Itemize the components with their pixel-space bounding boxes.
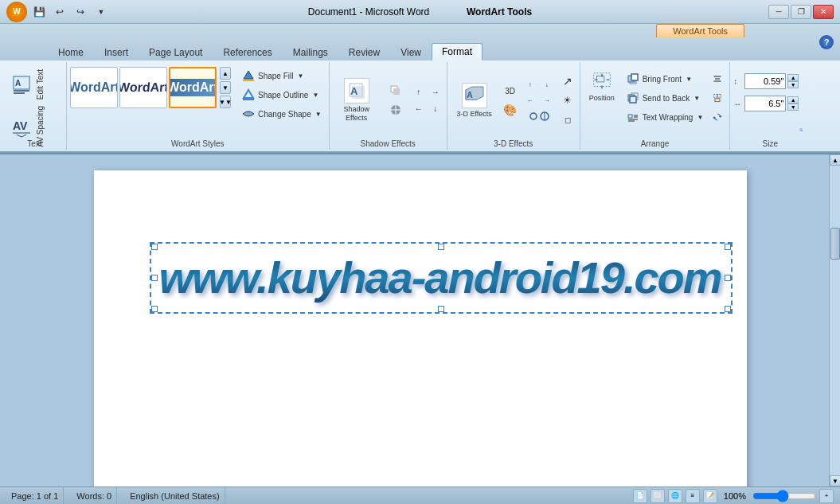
send-back-button[interactable]: Send to Back ▼ <box>622 89 708 107</box>
scrollbar-thumb[interactable] <box>830 228 840 260</box>
handle-bottom-right[interactable] <box>725 306 731 312</box>
rotate-icon <box>713 111 722 123</box>
svg-rect-9 <box>243 99 254 100</box>
edit-text-label: Edit Text <box>36 69 45 100</box>
close-button[interactable]: ✕ <box>813 5 834 19</box>
width-up-button[interactable]: ▲ <box>787 96 799 104</box>
change-shape-button[interactable]: Change Shape ▼ <box>237 105 326 123</box>
handle-bottom-center[interactable] <box>438 306 444 312</box>
wordart-tools-header: WordArt Tools <box>656 24 744 37</box>
align-button[interactable] <box>709 70 726 88</box>
wordart-object[interactable]: www.kuyhaa-android19.com <box>150 242 733 314</box>
shape-outline-button[interactable]: Shape Outline ▼ <box>237 86 326 104</box>
shape-outline-arrow: ▼ <box>312 92 318 99</box>
tab-page-layout[interactable]: Page Layout <box>139 43 213 61</box>
3d-tilt-left-button[interactable]: ← <box>522 93 538 107</box>
view-print-button[interactable]: 📄 <box>633 489 647 503</box>
3d-tilt-up-button[interactable]: ↑ <box>522 77 538 92</box>
height-input[interactable]: 0.59" <box>744 73 786 89</box>
3d-lighting-button[interactable]: ☀ <box>559 92 576 109</box>
zoom-in-button[interactable]: + <box>819 489 834 503</box>
scrollbar-down-button[interactable]: ▼ <box>830 475 840 486</box>
3d-surface-button[interactable]: ◻ <box>559 111 576 128</box>
3d-direction-button[interactable]: ↗ <box>559 72 576 90</box>
gallery-scroll-up[interactable]: ▲ <box>220 67 231 80</box>
size-group-content: ↕ 0.59" ▲ ▼ ↔ 6.5" ▲ ▼ <box>733 64 807 148</box>
wordart-styles-content: WordArt WordArt WordArt ▲ ▼ ▼▼ <box>70 64 326 148</box>
shadow-effects-label: Shadow Effects <box>338 105 375 123</box>
shadow-effects-button[interactable]: A Shadow Effects <box>333 74 381 127</box>
view-fullscreen-button[interactable]: ⬜ <box>651 489 665 503</box>
view-outline-button[interactable]: ≡ <box>686 489 700 503</box>
status-bar: Page: 1 of 1 Words: 0 English (United St… <box>0 486 840 504</box>
shape-fill-button[interactable]: Shape Fill ▼ <box>237 67 326 84</box>
shape-fill-arrow: ▼ <box>297 72 303 80</box>
tab-home[interactable]: Home <box>48 43 94 61</box>
handle-middle-left[interactable] <box>151 275 158 281</box>
wordart-text[interactable]: www.kuyhaa-android19.com <box>159 253 723 303</box>
wordart-style-3[interactable]: WordArt <box>169 67 217 108</box>
3d-effects-button[interactable]: A 3-D Effects <box>451 79 498 123</box>
width-down-button[interactable]: ▼ <box>787 104 799 111</box>
shadow-on-off-button[interactable] <box>384 82 408 100</box>
restore-button[interactable]: ❐ <box>791 5 811 19</box>
3d-tilt-right-button[interactable]: → <box>539 93 555 107</box>
redo-qat-button[interactable]: ↪ <box>72 3 89 21</box>
height-spinner: ↕ 0.59" ▲ ▼ <box>733 73 799 89</box>
height-down-button[interactable]: ▼ <box>787 81 799 88</box>
3d-tilt-down-button[interactable]: ↓ <box>539 77 555 92</box>
position-button[interactable]: Position <box>584 67 620 105</box>
width-input[interactable]: 6.5" <box>744 96 786 111</box>
3d-depth-button[interactable] <box>522 109 556 123</box>
shadow-down-button[interactable]: ↓ <box>428 101 443 117</box>
text-wrapping-label: Text Wrapping <box>643 113 693 122</box>
height-up-button[interactable]: ▲ <box>787 74 799 81</box>
customize-qat-button[interactable]: ▼ <box>92 3 110 21</box>
send-back-label: Send to Back <box>643 94 690 103</box>
send-back-arrow: ▼ <box>693 95 700 102</box>
text-wrapping-button[interactable]: Text Wrapping ▼ <box>622 108 708 126</box>
view-web-button[interactable]: 🌐 <box>668 489 682 503</box>
shadow-color-button[interactable] <box>384 101 408 119</box>
size-expand-button[interactable] <box>795 124 807 135</box>
tab-mailings[interactable]: Mailings <box>283 43 338 61</box>
wordart-style-1[interactable]: WordArt <box>70 67 118 108</box>
rotate-button[interactable] <box>709 108 726 126</box>
3d-color-button[interactable]: 🎨 <box>502 101 519 119</box>
shadow-up-button[interactable]: ↑ <box>411 84 427 100</box>
handle-top-center[interactable] <box>438 244 444 250</box>
office-logo[interactable]: W <box>6 2 27 22</box>
zoom-slider[interactable] <box>752 490 816 502</box>
scrollbar-up-button[interactable]: ▲ <box>830 154 840 166</box>
tab-insert[interactable]: Insert <box>94 43 139 61</box>
handle-top-right[interactable] <box>725 244 731 250</box>
wordart-style-2[interactable]: WordArt <box>119 67 167 108</box>
handle-top-left[interactable] <box>151 244 158 250</box>
tab-format[interactable]: Format <box>432 43 483 61</box>
edit-text-button[interactable]: A Edit Text <box>6 67 49 102</box>
tab-references[interactable]: References <box>213 43 282 61</box>
gallery-scroll-more[interactable]: ▼▼ <box>220 96 231 108</box>
tab-view[interactable]: View <box>390 43 432 61</box>
size-group: ↕ 0.59" ▲ ▼ ↔ 6.5" ▲ ▼ <box>730 62 810 150</box>
shadow-left-button[interactable]: ← <box>411 101 427 117</box>
save-qat-button[interactable]: 💾 <box>30 3 48 21</box>
minimize-button[interactable]: ─ <box>768 5 789 19</box>
view-draft-button[interactable]: 📝 <box>703 489 717 503</box>
svg-rect-27 <box>631 74 638 80</box>
bring-front-button[interactable]: Bring Front ▼ <box>622 70 708 88</box>
shadow-right-button[interactable]: → <box>428 84 443 100</box>
3d-on-off-button[interactable]: 3D <box>502 82 519 100</box>
vertical-scrollbar: ▲ ▼ <box>829 154 840 486</box>
help-button[interactable]: ? <box>819 35 834 49</box>
arrange-content: Position Bring Front <box>584 64 727 148</box>
page-indicator: Page: 1 of 1 <box>6 487 64 504</box>
zoom-percentage: 100% <box>724 491 746 501</box>
tab-review[interactable]: Review <box>338 43 390 61</box>
handle-middle-right[interactable] <box>725 275 731 281</box>
handle-bottom-left[interactable] <box>151 306 158 312</box>
undo-qat-button[interactable]: ↩ <box>51 3 68 21</box>
height-icon: ↕ <box>733 77 743 86</box>
group-button[interactable] <box>709 89 726 107</box>
gallery-scroll-down[interactable]: ▼ <box>220 81 231 94</box>
